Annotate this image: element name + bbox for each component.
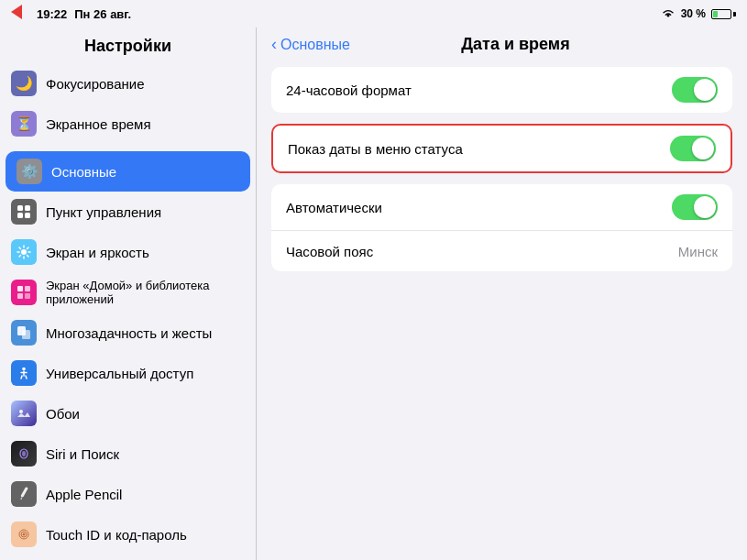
toggle-showdate[interactable] — [670, 136, 716, 161]
svg-point-4 — [21, 249, 27, 255]
sidebar-item-siri[interactable]: Siri и Поиск — [0, 434, 256, 474]
sidebar-label-homescreen: Экран «Домой» и библиотека приложений — [46, 279, 245, 306]
screentime-icon: ⏳ — [11, 111, 37, 137]
sidebar-item-pencil[interactable]: Apple Pencil — [0, 474, 256, 514]
back-chevron-icon: ‹ — [271, 35, 277, 54]
svg-rect-10 — [22, 330, 30, 339]
svg-rect-7 — [17, 293, 23, 299]
panel-title: Дата и время — [354, 35, 677, 54]
row-showdate: Показ даты в меню статуса — [273, 126, 731, 171]
sidebar-item-multitask[interactable]: Многозадачность и жесты — [0, 313, 256, 353]
battery-icon — [711, 9, 736, 19]
row-timezone-value: Минск — [678, 244, 718, 259]
homescreen-icon — [11, 280, 37, 305]
siri-icon — [11, 441, 37, 467]
display-icon — [11, 239, 37, 265]
sidebar-label-pencil: Apple Pencil — [46, 487, 122, 502]
svg-point-12 — [19, 410, 23, 413]
sidebar-item-accessibility[interactable]: Универсальный доступ — [0, 353, 256, 393]
svg-marker-16 — [20, 497, 23, 500]
toggle-auto[interactable] — [672, 194, 718, 220]
sidebar-title: Настройки — [0, 27, 256, 63]
accessibility-icon — [11, 360, 37, 386]
status-bar: 19:22 Пн 26 авг. 30 % — [0, 0, 747, 27]
control-icon — [11, 199, 37, 225]
sidebar-item-control[interactable]: Пункт управления — [0, 192, 256, 232]
sidebar-item-wallpaper[interactable]: Обои — [0, 393, 256, 434]
svg-rect-2 — [17, 213, 23, 218]
settings-group-highlighted: Показ даты в меню статуса — [271, 124, 732, 173]
status-bar-right: 30 % — [661, 7, 736, 20]
sidebar-item-focus[interactable]: 🌙 Фокусирование — [0, 63, 256, 104]
svg-rect-1 — [25, 205, 30, 211]
toggle-format24[interactable] — [672, 77, 718, 103]
wallpaper-icon — [11, 401, 37, 426]
touchid-icon — [11, 522, 37, 547]
row-timezone-label: Часовой пояс — [286, 244, 373, 259]
status-bar-left: 19:22 Пн 26 авг. — [11, 5, 131, 23]
sidebar-label-control: Пункт управления — [46, 204, 161, 220]
back-button[interactable]: ‹ Основные — [271, 35, 350, 54]
sidebar-item-general[interactable]: ⚙️ Основные — [5, 151, 250, 192]
wifi-icon — [661, 8, 676, 19]
svg-rect-8 — [25, 293, 30, 299]
svg-rect-3 — [25, 213, 30, 218]
main-layout: Настройки 🌙 Фокусирование ⏳ Экранное вре… — [0, 27, 747, 560]
sidebar-label-general: Основные — [51, 164, 116, 180]
svg-rect-0 — [17, 205, 23, 211]
svg-point-11 — [22, 368, 26, 371]
multitask-icon — [11, 320, 37, 346]
sidebar-label-focus: Фокусирование — [46, 76, 145, 92]
row-timezone[interactable]: Часовой пояс Минск — [271, 231, 732, 271]
sidebar-item-homescreen[interactable]: Экран «Домой» и библиотека приложений — [0, 272, 256, 313]
row-auto-label: Автоматически — [286, 200, 382, 215]
general-icon: ⚙️ — [16, 159, 42, 184]
row-showdate-label: Показ даты в меню статуса — [288, 141, 463, 157]
settings-group-1: 24-часовой формат — [271, 67, 732, 113]
status-day: Пн 26 авг. — [74, 7, 131, 21]
sidebar-item-screentime[interactable]: ⏳ Экранное время — [0, 104, 256, 144]
svg-point-19 — [23, 533, 26, 536]
row-auto: Автоматически — [271, 184, 732, 231]
sidebar-label-siri: Siri и Поиск — [46, 446, 119, 462]
sidebar-label-wallpaper: Обои — [46, 406, 80, 422]
right-panel: ‹ Основные Дата и время 24-часовой форма… — [257, 27, 747, 560]
sidebar-label-display: Экран и яркость — [46, 245, 149, 260]
sidebar: Настройки 🌙 Фокусирование ⏳ Экранное вре… — [0, 27, 257, 560]
row-format24-label: 24-часовой формат — [286, 82, 412, 98]
sidebar-label-accessibility: Универсальный доступ — [46, 366, 193, 381]
svg-rect-15 — [20, 487, 28, 498]
row-format24: 24-часовой формат — [271, 67, 732, 113]
focus-icon: 🌙 — [11, 71, 37, 96]
svg-point-14 — [22, 451, 26, 456]
sidebar-label-screentime: Экранное время — [46, 116, 151, 132]
pencil-icon — [11, 481, 37, 507]
sidebar-item-display[interactable]: Экран и яркость — [0, 232, 256, 272]
back-label: Основные — [280, 37, 350, 53]
sidebar-label-multitask: Многозадачность и жесты — [46, 325, 212, 341]
status-time: 19:22 — [37, 7, 67, 21]
sidebar-label-touchid: Touch ID и код-пароль — [46, 527, 187, 543]
settings-group-2: Автоматически Часовой пояс Минск — [271, 184, 732, 271]
panel-header: ‹ Основные Дата и время — [257, 27, 747, 61]
status-signal: 30 % — [681, 7, 706, 20]
svg-rect-6 — [25, 286, 30, 291]
sidebar-item-touchid[interactable]: Touch ID и код-пароль — [0, 514, 256, 555]
sidebar-item-battery[interactable]: Аккумулятор — [0, 555, 256, 560]
svg-rect-5 — [17, 286, 23, 291]
